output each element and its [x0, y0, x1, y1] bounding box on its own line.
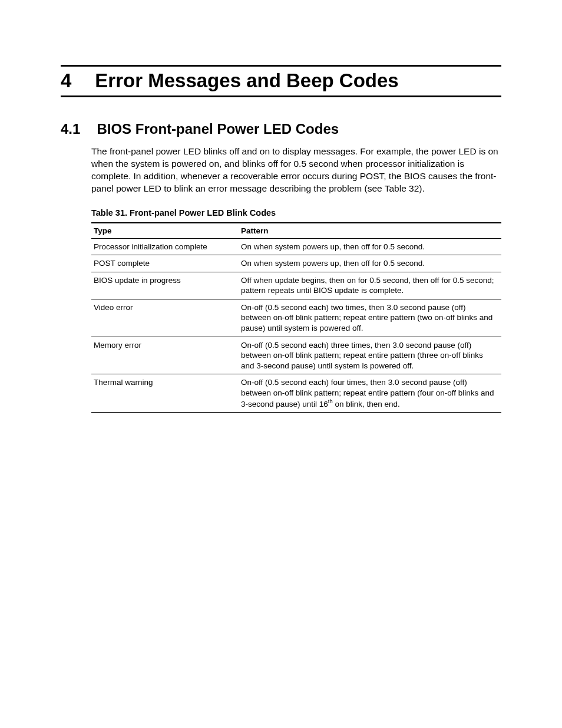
chapter-number: 4 — [61, 70, 71, 92]
table-row: Memory errorOn-off (0.5 second each) thr… — [91, 337, 501, 374]
table-header-pattern: Pattern — [239, 223, 501, 239]
table-cell-type: Processor initialization complete — [91, 238, 239, 255]
table-header-type: Type — [91, 223, 239, 239]
ordinal-superscript: th — [328, 398, 333, 404]
table-cell-pattern: On-off (0.5 second each) two times, then… — [239, 299, 501, 337]
blink-codes-table: Type Pattern Processor initialization co… — [91, 222, 501, 413]
table-cell-pattern: On-off (0.5 second each) three times, th… — [239, 337, 501, 374]
table-cell-type: Video error — [91, 299, 239, 337]
table-body: Processor initialization completeOn when… — [91, 238, 501, 413]
table-cell-pattern: On when system powers up, then off for 0… — [239, 238, 501, 255]
section-number: 4.1 — [61, 121, 80, 137]
table-cell-pattern: On-off (0.5 second each) four times, the… — [239, 374, 501, 413]
section-title: BIOS Front-panel Power LED Codes — [97, 121, 339, 137]
section-paragraph: The front-panel power LED blinks off and… — [91, 146, 501, 195]
table-header-row: Type Pattern — [91, 223, 501, 239]
table-row: Thermal warningOn-off (0.5 second each) … — [91, 374, 501, 413]
table-row: POST completeOn when system powers up, t… — [91, 255, 501, 272]
table-cell-pattern: On when system powers up, then off for 0… — [239, 255, 501, 272]
table-row: Processor initialization completeOn when… — [91, 238, 501, 255]
table-cell-type: Memory error — [91, 337, 239, 374]
table-cell-type: Thermal warning — [91, 374, 239, 413]
table-caption: Table 31. Front-panel Power LED Blink Co… — [91, 208, 501, 218]
table-cell-type: POST complete — [91, 255, 239, 272]
section-heading: 4.1 BIOS Front-panel Power LED Codes — [61, 121, 501, 137]
table-row: BIOS update in progressOff when update b… — [91, 272, 501, 299]
table-cell-pattern: Off when update begins, then on for 0.5 … — [239, 272, 501, 299]
table-cell-type: BIOS update in progress — [91, 272, 239, 299]
document-page: 4 Error Messages and Beep Codes 4.1 BIOS… — [0, 0, 562, 413]
table-row: Video errorOn-off (0.5 second each) two … — [91, 299, 501, 337]
chapter-title: Error Messages and Beep Codes — [95, 70, 398, 92]
chapter-heading: 4 Error Messages and Beep Codes — [61, 65, 501, 97]
